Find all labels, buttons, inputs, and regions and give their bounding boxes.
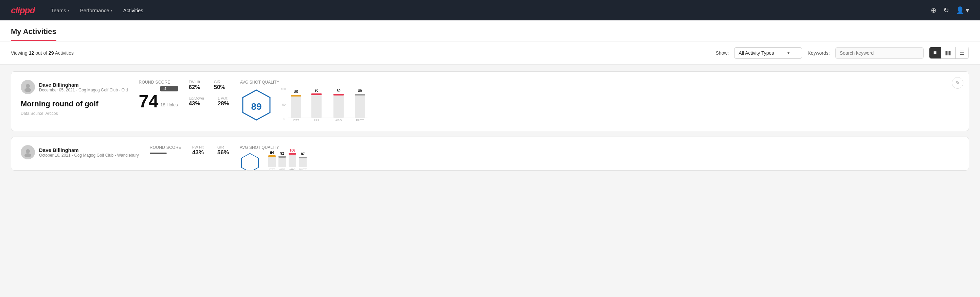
- svg-point-16: [24, 153, 31, 157]
- avatar-button[interactable]: 👤 ▾: [956, 6, 969, 14]
- hex-score-text: 89: [251, 101, 261, 112]
- list-view-1-button[interactable]: ≡: [929, 47, 941, 59]
- bar-chart-area-2: 94 OTT 92 APP: [268, 154, 307, 171]
- svg-point-0: [26, 84, 30, 88]
- grid-view-button[interactable]: ▮▮: [941, 47, 956, 59]
- avg-shot-quality-group: Avg Shot Quality 89 100 50 0: [240, 80, 376, 123]
- app-bar-top: [312, 93, 321, 95]
- score-holes: 18 Holes: [160, 102, 178, 107]
- score-display: 74 +4 18 Holes: [138, 86, 178, 110]
- svg-text:PUTT: PUTT: [356, 118, 364, 121]
- nav-activities-label: Activities: [123, 8, 143, 13]
- logo: clippd: [11, 5, 35, 16]
- fw-hit-stat: FW Hit 62%: [189, 80, 200, 91]
- list-view-2-button[interactable]: ☰: [956, 47, 969, 59]
- nav-teams[interactable]: Teams ▾: [51, 6, 69, 14]
- user-date: December 05, 2021 - Gog Magog Golf Club …: [39, 88, 128, 93]
- updown-value: 43%: [189, 100, 204, 107]
- fw-hit-label-2: FW Hit: [192, 145, 204, 149]
- svg-point-15: [26, 149, 30, 153]
- edit-button[interactable]: ✎: [952, 77, 963, 89]
- asq-content: 89 100 50 0: [240, 87, 376, 123]
- svg-text:APP: APP: [313, 118, 320, 121]
- oneputt-label: 1 Putt: [218, 96, 229, 100]
- card-stats: Round Score 74 +4 18 Holes FW Hit 62%: [138, 80, 959, 123]
- mini-stats-group: FW Hit 62% GIR 50% Up/Down 43% 1 Putt: [189, 80, 229, 123]
- round-score-label-2: Round Score: [150, 145, 181, 150]
- svg-text:85: 85: [294, 90, 298, 94]
- svg-text:90: 90: [315, 89, 318, 93]
- user-name-2: Dave Billingham: [39, 147, 139, 153]
- activity-card: Dave Billingham December 05, 2021 - Gog …: [11, 71, 969, 131]
- page-header: My Activities: [0, 21, 980, 42]
- activity-type-dropdown[interactable]: All Activity Types ▾: [734, 47, 802, 59]
- activity-name: Morning round of golf: [21, 99, 128, 109]
- search-input[interactable]: [835, 47, 924, 59]
- nav-activities[interactable]: Activities: [123, 6, 143, 14]
- gir-value: 50%: [214, 84, 226, 91]
- edit-icon: ✎: [956, 80, 960, 86]
- teams-chevron-icon: ▾: [68, 8, 69, 12]
- oneputt-stat: 1 Putt 28%: [218, 96, 229, 107]
- fw-hit-value-2: 43%: [192, 149, 204, 156]
- gir-label: GIR: [214, 80, 226, 84]
- gir-value-2: 56%: [217, 149, 229, 156]
- mini-stats-group-2: FW Hit 43% GIR 56%: [192, 145, 229, 171]
- updown-stat: Up/Down 43%: [189, 96, 204, 107]
- nav-performance[interactable]: Performance ▾: [80, 6, 112, 14]
- putt-bar-top: [355, 94, 365, 96]
- nav-teams-label: Teams: [51, 8, 66, 13]
- main-content: Dave Billingham December 05, 2021 - Gog …: [0, 65, 980, 183]
- viewing-suffix: Activities: [54, 50, 74, 56]
- data-source: Data Source: Arccos: [21, 111, 128, 116]
- svg-text:ARG: ARG: [335, 118, 342, 121]
- ott-bar-bg: [291, 95, 301, 118]
- gir-stat: GIR 50%: [214, 80, 226, 91]
- oneputt-value: 28%: [218, 100, 229, 107]
- asq-content-2: 94 OTT 92 APP: [240, 153, 307, 171]
- score-value: 74: [138, 93, 158, 110]
- bar-chart-area: 100 50 0 85 90: [281, 87, 376, 123]
- arg-bar-bg: [334, 94, 344, 118]
- avatar-2: [21, 145, 35, 160]
- card-left: Dave Billingham December 05, 2021 - Gog …: [21, 80, 128, 116]
- page-title-container: My Activities: [11, 21, 56, 41]
- round-score-group: Round Score 74 +4 18 Holes: [138, 80, 178, 123]
- user-name: Dave Billingham: [39, 82, 128, 88]
- viewing-prefix: Viewing: [11, 50, 29, 56]
- fw-hit-value: 62%: [189, 84, 200, 91]
- grid-view-icon: ▮▮: [945, 50, 951, 56]
- nav-icons: ⊕ ↻ 👤 ▾: [931, 6, 969, 14]
- svg-text:89: 89: [358, 89, 362, 93]
- viewing-total: 29: [49, 50, 54, 56]
- list-view-2-icon: ☰: [959, 50, 964, 56]
- score-badge: +4: [160, 86, 178, 91]
- gir-label-2: GIR: [217, 145, 229, 149]
- viewing-mid: out of: [34, 50, 49, 56]
- avatar: [21, 80, 35, 94]
- bar-chart-svg: 100 50 0 85 90: [281, 87, 369, 121]
- viewing-count: 12: [29, 50, 34, 56]
- svg-text:100: 100: [281, 87, 286, 91]
- list-view-1-icon: ≡: [934, 50, 937, 55]
- keywords-label: Keywords:: [808, 50, 830, 56]
- ott-bar-top: [291, 95, 301, 96]
- round-score-label: Round Score: [138, 80, 178, 85]
- svg-text:50: 50: [282, 103, 286, 106]
- refresh-icon[interactable]: ↻: [943, 6, 949, 14]
- user-row: Dave Billingham December 05, 2021 - Gog …: [21, 80, 128, 94]
- user-info: Dave Billingham December 05, 2021 - Gog …: [39, 82, 128, 93]
- arg-bar-top: [334, 94, 344, 96]
- gir-stat-2: GIR 56%: [217, 145, 229, 156]
- navbar: clippd Teams ▾ Performance ▾ Activities …: [0, 0, 980, 21]
- add-icon[interactable]: ⊕: [931, 6, 937, 14]
- viewing-text: Viewing 12 out of 29 Activities: [11, 50, 710, 56]
- view-toggles: ≡ ▮▮ ☰: [929, 47, 969, 59]
- svg-point-1: [24, 88, 31, 92]
- svg-text:89: 89: [337, 89, 340, 93]
- updown-label: Up/Down: [189, 96, 204, 100]
- performance-chevron-icon: ▾: [111, 8, 112, 12]
- round-score-group-2: Round Score: [150, 145, 181, 171]
- nav-performance-label: Performance: [80, 8, 109, 13]
- activity-dropdown-chevron-icon: ▾: [788, 51, 789, 55]
